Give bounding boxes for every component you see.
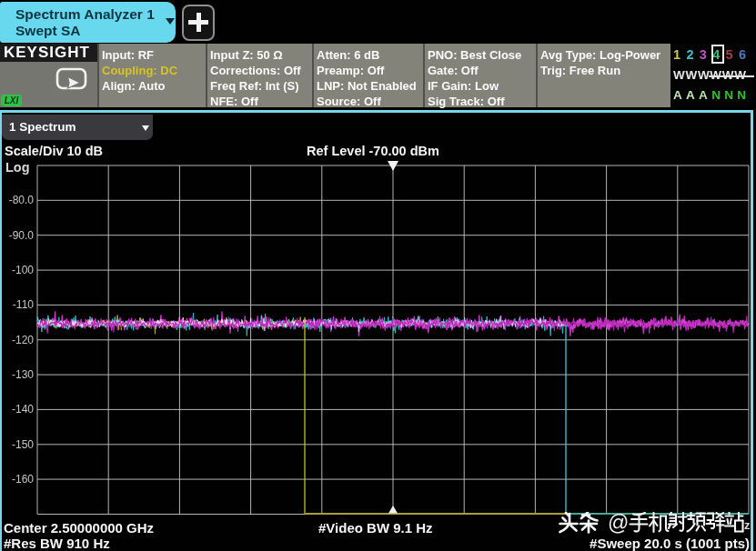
- svg-text:-150: -150: [12, 438, 34, 451]
- svg-text:z: z: [744, 518, 751, 532]
- svg-text:-130: -130: [12, 368, 34, 381]
- svg-text:-110: -110: [13, 298, 34, 311]
- svg-text:-120: -120: [12, 334, 34, 346]
- svg-text:-140: -140: [12, 403, 34, 416]
- svg-text:-100: -100: [12, 264, 34, 276]
- svg-text:-80.0: -80.0: [9, 194, 35, 206]
- svg-text:-90.0: -90.0: [9, 229, 35, 242]
- svg-text:@: @: [608, 512, 629, 535]
- svg-text:-160: -160: [12, 473, 34, 486]
